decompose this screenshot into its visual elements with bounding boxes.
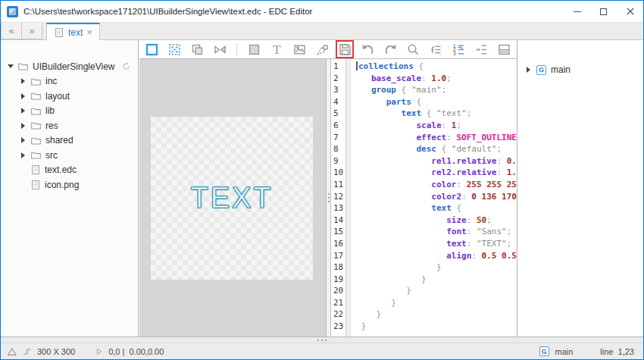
- code-token: 255 255 255 255: [467, 180, 517, 189]
- folder-icon: [17, 61, 29, 72]
- code-line-10[interactable]: rel2.relative: 1.0 1.0;: [356, 167, 517, 179]
- undo-icon[interactable]: [358, 40, 377, 58]
- code-token: text: [402, 108, 422, 118]
- code-line-11[interactable]: color: 255 255 255 255;: [356, 179, 517, 191]
- code-line-13[interactable]: text {: [356, 202, 517, 214]
- collapse-arrow-icon[interactable]: [20, 93, 27, 99]
- tree-item-res[interactable]: res: [1, 118, 138, 133]
- code-line-15[interactable]: font: "Sans";: [356, 226, 517, 238]
- line-number: 9: [333, 155, 345, 167]
- close-button[interactable]: [617, 1, 643, 22]
- code-line-22[interactable]: }: [356, 308, 517, 321]
- collapse-arrow-icon[interactable]: [20, 78, 27, 84]
- tree-item-label: src: [45, 150, 58, 161]
- code-token: ;: [507, 239, 512, 249]
- code-token: {: [411, 97, 421, 107]
- code-line-17[interactable]: align: 0.5 0.5;: [356, 250, 517, 262]
- code-line-19[interactable]: }: [356, 274, 517, 286]
- code-area[interactable]: collections { base_scale: 1.0; group { "…: [351, 59, 517, 337]
- code-token: 0 136 170 100: [471, 192, 517, 202]
- code-line-4[interactable]: parts {: [356, 96, 517, 108]
- code-token: {: [452, 203, 461, 213]
- statusbar-left: 300 X 300 0,0 | 0.00,0.00: [7, 346, 164, 357]
- code-token: 0.0 0.0: [507, 156, 517, 166]
- tree-root[interactable]: UIBuilderSingleView: [1, 59, 138, 74]
- code-line-12[interactable]: color2: 0 136 170 100;: [356, 191, 517, 203]
- add-swallow-part-icon[interactable]: [313, 40, 331, 58]
- code-line-3[interactable]: group { "main";: [356, 84, 517, 96]
- splitter-grip: [328, 193, 330, 202]
- tab-text[interactable]: text ×: [46, 23, 100, 40]
- code-line-20[interactable]: }: [356, 285, 517, 297]
- console-toggle-icon[interactable]: [495, 40, 513, 58]
- outline-item-main[interactable]: Gmain: [517, 63, 643, 77]
- add-text-part-icon[interactable]: T: [267, 40, 286, 58]
- code-editor[interactable]: 1234567891011121314151617181920212223 co…: [331, 59, 517, 337]
- live-view-canvas[interactable]: TEXT: [139, 59, 326, 337]
- warning-triangle-icon[interactable]: [7, 346, 17, 357]
- code-line-5[interactable]: text { "text";: [356, 108, 517, 120]
- collapse-arrow-icon[interactable]: [20, 108, 27, 114]
- vertical-splitter[interactable]: [326, 59, 331, 337]
- tab-label: text: [68, 27, 83, 38]
- add-image-part-icon[interactable]: [290, 40, 308, 58]
- tab-nav-back-button[interactable]: «: [1, 23, 22, 39]
- find-icon[interactable]: [404, 40, 422, 58]
- line-number: 15: [333, 226, 345, 238]
- tree-item-label: shared: [45, 135, 73, 146]
- statusbar: 300 X 300 0,0 | 0.00,0.00 G main line 1,…: [1, 343, 643, 359]
- link-off-icon[interactable]: [22, 346, 33, 357]
- goto-line-icon[interactable]: [427, 40, 445, 58]
- collapse-arrow-icon[interactable]: [20, 123, 27, 129]
- collapse-arrow-icon[interactable]: [20, 152, 27, 158]
- line-number: 18: [333, 261, 345, 274]
- line-number: 22: [333, 308, 345, 321]
- save-icon[interactable]: [336, 40, 354, 58]
- line-numbers-icon[interactable]: 123: [449, 40, 467, 58]
- add-rect-part-icon[interactable]: [245, 40, 263, 58]
- tree-item-lib[interactable]: lib: [1, 104, 138, 119]
- tree-item-icon-png[interactable]: icon.png: [1, 177, 138, 193]
- code-line-6[interactable]: scale: 1;: [356, 120, 517, 132]
- code-line-16[interactable]: text: "TEXT";: [356, 238, 517, 250]
- code-line-8[interactable]: desc { "default";: [356, 143, 517, 155]
- code-line-14[interactable]: size: 50;: [356, 214, 517, 227]
- collapse-arrow-icon[interactable]: [525, 67, 532, 73]
- code-line-7[interactable]: effect: SOFT_OUTLINE;: [356, 132, 517, 144]
- toolbar-separator: [236, 43, 237, 56]
- refresh-icon[interactable]: [121, 61, 131, 71]
- collapse-arrow-icon[interactable]: [20, 137, 27, 143]
- tree-item-shared[interactable]: shared: [1, 133, 138, 149]
- auto-indent-icon[interactable]: [472, 40, 490, 58]
- tree-item-text-edc[interactable]: text.edc: [1, 163, 138, 178]
- mirror-mode-icon[interactable]: [211, 40, 229, 58]
- statusbar-right: G main line 1,23: [539, 346, 635, 356]
- code-line-18[interactable]: }: [356, 261, 517, 274]
- tree-item-label: inc: [45, 76, 57, 86]
- tab-nav-forward-button[interactable]: »: [21, 23, 42, 39]
- maximize-button[interactable]: [590, 1, 617, 22]
- folder-icon: [30, 105, 42, 117]
- splitter-grip: [317, 340, 327, 341]
- code-token: effect: [416, 133, 446, 142]
- code-line-21[interactable]: }: [356, 297, 517, 309]
- tab-close-icon[interactable]: ×: [86, 27, 92, 37]
- dummy-swallow-icon[interactable]: [165, 40, 183, 58]
- file-browser-panel: UIBuilderSingleViewinclayoutlibresshared…: [1, 40, 139, 337]
- tree-item-inc[interactable]: inc: [1, 74, 138, 89]
- wireframe-icon[interactable]: [188, 40, 206, 58]
- redo-icon[interactable]: [381, 40, 399, 58]
- tree-item-layout[interactable]: layout: [1, 89, 138, 104]
- line-number: 16: [333, 238, 345, 250]
- part-highlight-icon[interactable]: [142, 40, 161, 58]
- tab-bar: « » text ×: [1, 22, 643, 40]
- tree-item-src[interactable]: src: [1, 148, 138, 163]
- minimize-button[interactable]: [564, 1, 590, 22]
- code-line-9[interactable]: rel1.relative: 0.0 0.0;: [356, 155, 517, 167]
- expand-arrow-icon[interactable]: [7, 64, 14, 68]
- horizontal-splitter[interactable]: [1, 337, 643, 343]
- titlebar[interactable]: C:\Users\test\workspace171201\UIBuilderS…: [1, 1, 643, 22]
- code-line-2[interactable]: base_scale: 1.0;: [356, 73, 517, 85]
- code-line-23[interactable]: }: [356, 321, 517, 333]
- code-line-1[interactable]: collections {: [356, 61, 517, 73]
